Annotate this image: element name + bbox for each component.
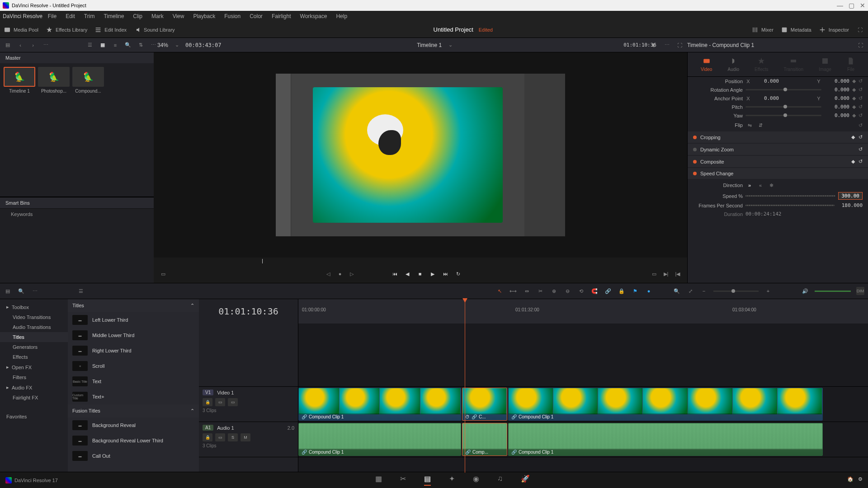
menu-edit[interactable]: Edit (62, 12, 79, 20)
cat-audio-transitions[interactable]: Audio Transitions (0, 322, 68, 332)
maximize-icon[interactable]: ▢ (849, 2, 854, 9)
audio-clip-1[interactable]: 🔗Compound Clip 1 (298, 423, 461, 456)
volume-slider[interactable] (815, 291, 851, 292)
dynamic-trim-icon[interactable]: ⇔ (523, 287, 531, 295)
search-icon[interactable]: 🔍 (124, 41, 132, 49)
viewer-options-icon[interactable]: ⋯ (663, 41, 671, 49)
flip-v-icon[interactable]: ⇵ (756, 121, 764, 129)
match-frame-icon[interactable]: ▭ (159, 270, 167, 278)
zoom-out-icon[interactable]: − (700, 287, 708, 295)
goto-out-icon[interactable]: ▶| (662, 270, 670, 278)
cropping-section[interactable]: Cropping ◆↺ (688, 131, 868, 143)
timeline-dropdown-icon[interactable]: ⌄ (446, 41, 454, 49)
keyframe-icon[interactable]: ◆ (851, 159, 855, 164)
reset-icon[interactable]: ↺ (859, 146, 863, 152)
link-icon[interactable]: 🔗 (604, 287, 612, 295)
list-view-icon[interactable]: ☰ (86, 41, 94, 49)
edit-index-button[interactable]: Edit Index (94, 26, 127, 33)
rotation-value[interactable]: 0.000 (824, 87, 849, 93)
page-fairlight-icon[interactable]: ♫ (497, 474, 503, 486)
lock-track-icon[interactable]: 🔒 (203, 398, 212, 406)
video-clip-2-selected[interactable]: ⏱🔗C... (462, 388, 507, 421)
zoom-search-icon[interactable]: 🔍 (673, 287, 681, 295)
keyframe-icon[interactable]: ◆ (852, 78, 856, 84)
page-media-icon[interactable]: ▦ (375, 474, 382, 486)
keyframe-icon[interactable]: ◆ (852, 87, 856, 93)
tl-search-icon[interactable]: 🔍 (17, 287, 25, 295)
zoom-dropdown-icon[interactable]: ⌄ (173, 41, 181, 49)
marker-next-icon[interactable]: ▷ (348, 270, 356, 278)
titles-header[interactable]: Titles⌃ (68, 299, 199, 312)
keyframe-icon[interactable]: ◆ (852, 113, 856, 118)
next-frame-button[interactable]: ⏭ (441, 269, 450, 278)
reset-icon[interactable]: ↺ (859, 104, 863, 110)
rotation-slider[interactable] (745, 89, 821, 90)
auto-select-icon[interactable]: ▭ (215, 398, 225, 406)
stacked-timelines-icon[interactable]: ☰ (77, 287, 85, 295)
insert-icon[interactable]: ⊕ (550, 287, 558, 295)
pitch-slider[interactable] (745, 106, 821, 108)
speed-pct-value[interactable]: 300.00 (838, 192, 863, 200)
menu-help[interactable]: Help (332, 12, 351, 20)
zoom-slider[interactable] (713, 291, 759, 292)
loop-button[interactable]: ↻ (453, 269, 462, 278)
title-right-lower-third[interactable]: ▬Right Lower Third (68, 343, 199, 358)
options-icon[interactable]: ⋯ (149, 41, 157, 49)
metadata-button[interactable]: Metadata (781, 26, 811, 33)
tab-file[interactable]: File (847, 57, 855, 72)
reset-icon[interactable]: ↺ (859, 134, 863, 140)
track-header-a1[interactable]: A1 Audio 1 2.0 🔒 ▭ S M 3 Clips (199, 422, 298, 457)
flip-h-icon[interactable]: ⇋ (745, 121, 754, 129)
dim-button[interactable]: DIM (856, 287, 864, 295)
menu-fairlight[interactable]: Fairlight (268, 12, 295, 20)
collapse-icon[interactable]: ⌃ (190, 408, 194, 414)
keyframe-icon[interactable]: ◆ (852, 95, 856, 101)
viewer-zoom[interactable]: 34% (157, 42, 168, 48)
video-clip-1[interactable]: 🔗Compound Clip 1 (298, 388, 461, 421)
cat-toolbox[interactable]: ▸Toolbox (0, 302, 68, 312)
marker-icon[interactable]: ● (336, 270, 344, 278)
cat-titles[interactable]: Titles (0, 332, 68, 342)
track-header-v1[interactable]: V1 Video 1 🔒 ▭ ▭ 3 Clips (199, 387, 298, 422)
play-button[interactable]: ▶ (428, 269, 437, 278)
replace-icon[interactable]: ⟲ (577, 287, 585, 295)
composite-section[interactable]: Composite ◆↺ (688, 156, 868, 167)
track-tag[interactable]: A1 (203, 425, 213, 431)
auto-select-icon[interactable]: ▭ (215, 433, 225, 441)
video-clip-3[interactable]: 🔗Compound Clip 1 (508, 388, 823, 421)
disable-video-icon[interactable]: ▭ (228, 398, 238, 406)
cat-video-transitions[interactable]: Video Transitions (0, 312, 68, 322)
tab-video[interactable]: Video (701, 57, 712, 72)
more-icon[interactable]: ⋯ (42, 41, 50, 49)
expand-viewer-icon[interactable]: ⛶ (675, 41, 684, 49)
video-track-1[interactable]: 🔗Compound Clip 1 ⏱🔗C... 🔗Compound Clip 1 (298, 387, 868, 422)
yaw-slider[interactable] (745, 115, 821, 116)
speed-change-section[interactable]: Speed Change (688, 168, 868, 179)
yaw-value[interactable]: 0.000 (824, 113, 849, 118)
keyframe-icon[interactable]: ◆ (851, 134, 855, 140)
mixer-button[interactable]: Mixer (751, 26, 774, 33)
fusion-bg-reveal[interactable]: ▬Background Reveal (68, 418, 199, 433)
reset-icon[interactable]: ↺ (859, 78, 863, 84)
overwrite-icon[interactable]: ⊖ (563, 287, 571, 295)
menu-playback[interactable]: Playback (189, 12, 219, 20)
anchor-y-value[interactable]: 0.000 (824, 95, 849, 101)
home-icon[interactable]: 🏠 (847, 476, 854, 484)
timeline-name[interactable]: Timeline 1 (417, 42, 442, 48)
fusion-call-out[interactable]: ▬Call Out (68, 448, 199, 464)
menu-color[interactable]: Color (246, 12, 266, 20)
cat-generators[interactable]: Generators (0, 342, 68, 352)
menu-timeline[interactable]: Timeline (100, 12, 127, 20)
title-scroll[interactable]: ≡Scroll (68, 358, 199, 374)
zoom-fit-icon[interactable]: ⤢ (686, 287, 694, 295)
audio-track-1[interactable]: 🔗Compound Clip 1 🔗Comp... 🔗Compound Clip… (298, 422, 868, 457)
viewer-scrubber[interactable] (154, 258, 687, 265)
close-icon[interactable]: ✕ (860, 2, 865, 9)
cat-effects[interactable]: Effects (0, 352, 68, 362)
cat-openfx[interactable]: ▸Open FX (0, 362, 68, 372)
inspector-button[interactable]: Inspector (819, 26, 849, 33)
pitch-value[interactable]: 0.000 (824, 104, 849, 110)
direction-fwd-icon[interactable]: » (745, 181, 754, 189)
cat-fairlightfx[interactable]: Fairlight FX (0, 393, 68, 403)
track-tag[interactable]: V1 (203, 389, 213, 395)
